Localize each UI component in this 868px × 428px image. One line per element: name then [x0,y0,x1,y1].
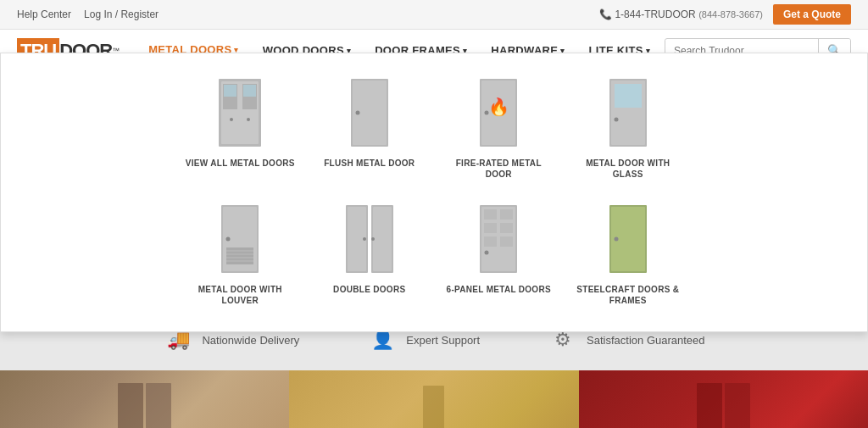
svg-point-6 [230,118,233,121]
svg-rect-21 [226,247,253,264]
dropdown-label: VIEW ALL METAL DOORS [186,158,295,169]
svg-rect-37 [484,223,497,233]
dropdown-item-steelcraft[interactable]: STEELCRAFT DOORS & FRAMES [564,188,693,314]
utility-bar: Help Center Log In / Register 📞 1-844-TR… [0,0,868,30]
utility-links: Help Center Log In / Register [17,8,159,20]
dropdown-label: 6-PANEL METAL DOORS [447,284,551,295]
svg-rect-5 [243,85,256,97]
door-image-flush [340,75,399,151]
feature-delivery-label: Nationwide Delivery [202,334,299,347]
dropdown-grid: VIEW ALL METAL DOORS FLUSH METAL DOOR [159,53,709,331]
door-image-sixpanel [469,201,528,277]
dropdown-item-flush[interactable]: FLUSH METAL DOOR [305,62,435,188]
svg-text:🔥: 🔥 [488,97,509,117]
dropdown-label: STEELCRAFT DOORS & FRAMES [572,284,685,306]
product-card-hollow[interactable]: Hollow Metal Doors [0,370,289,428]
door-image-glass [598,75,658,151]
door-image-steelcraft [598,201,658,277]
dropdown-label: METAL DOOR WITH GLASS [572,158,685,180]
svg-point-26 [226,236,231,241]
dropdown-item-louver[interactable]: METAL DOOR WITH LOUVER [175,188,305,314]
hollow-metal-bg [0,370,289,428]
dropdown-item-view-all[interactable]: VIEW ALL METAL DOORS [175,62,305,188]
svg-point-44 [614,236,618,241]
dropdown-item-double[interactable]: DOUBLE DOORS [305,188,435,314]
svg-point-7 [247,118,250,121]
door-image-louver [210,201,270,277]
svg-rect-40 [500,236,513,247]
dropdown-label: FIRE-RATED METAL DOOR [442,158,555,180]
svg-point-18 [614,117,618,121]
dropdown-item-fire[interactable]: 🔥 FIRE-RATED METAL DOOR [434,62,564,188]
svg-rect-4 [224,85,236,97]
product-card-wood[interactable]: Commercial Wood Doors [289,370,578,428]
dropdown-item-glass[interactable]: METAL DOOR WITH GLASS [564,62,693,188]
svg-rect-35 [484,209,497,220]
dropdown-label: DOUBLE DOORS [333,284,405,295]
door-image-double [340,201,399,277]
get-quote-button[interactable]: Get a Quote [773,4,851,25]
svg-rect-39 [484,236,497,247]
login-link[interactable]: Log In / Register [84,8,159,20]
phone-number: 📞 1-844-TRUDOOR (844-878-3667) [599,8,763,20]
feature-support-label: Expert Support [406,334,480,347]
svg-point-41 [485,250,489,254]
svg-rect-36 [500,209,513,220]
door-image-fire: 🔥 [469,75,528,151]
svg-rect-38 [500,223,513,233]
svg-rect-31 [373,207,392,271]
utility-right: 📞 1-844-TRUDOOR (844-878-3667) Get a Quo… [599,4,851,25]
svg-point-10 [355,110,359,114]
dropdown-label: METAL DOOR WITH LOUVER [184,284,297,306]
svg-point-29 [363,237,366,241]
svg-point-32 [371,237,375,241]
product-cards: Hollow Metal Doors Commercial Wood Doors [0,370,868,428]
phone-icon: 📞 [599,8,612,20]
product-card-fire[interactable]: Fire-Rated Steel Doors [579,370,868,428]
svg-rect-17 [615,84,642,108]
dropdown-label: FLUSH METAL DOOR [324,158,415,169]
commercial-wood-bg [289,370,578,428]
door-image-view-all [210,75,270,151]
help-link[interactable]: Help Center [17,8,71,20]
dropdown-item-sixpanel[interactable]: 6-PANEL METAL DOORS [434,188,564,314]
feature-satisfaction-label: Satisfaction Guaranteed [587,334,704,347]
fire-rated-bg [579,370,868,428]
metal-doors-dropdown: VIEW ALL METAL DOORS FLUSH METAL DOOR [0,53,868,332]
